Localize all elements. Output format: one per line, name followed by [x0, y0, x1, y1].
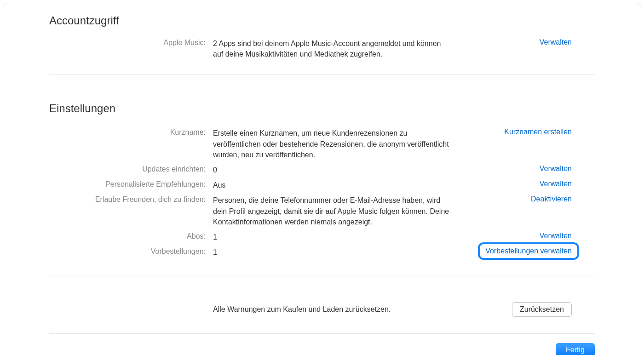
- row-subscriptions: Abos: 1 Verwalten: [49, 232, 595, 242]
- label-updates: Updates einrichten:: [49, 165, 206, 173]
- label-friends-find: Erlaube Freunden, dich zu finden:: [49, 195, 206, 204]
- value-updates: 0: [213, 165, 452, 175]
- value-subscriptions: 1: [213, 232, 452, 242]
- section-title-settings: Einstellungen: [49, 102, 595, 115]
- divider: [49, 276, 595, 276]
- label-preorders: Vorbestellungen:: [49, 247, 206, 256]
- row-recommendations: Personalisierte Empfehlungen: Aus Verwal…: [49, 180, 595, 190]
- row-updates: Updates einrichten: 0 Verwalten: [49, 165, 595, 175]
- reset-warnings-text: Alle Warnungen zum Kaufen und Laden zurü…: [213, 305, 512, 314]
- row-preorders: Vorbestellungen: 1 Vorbestellungen verwa…: [49, 247, 595, 258]
- manage-subscriptions-link[interactable]: Verwalten: [540, 232, 572, 240]
- preorders-highlight: Vorbestellungen verwalten: [478, 242, 579, 260]
- value-recommendations: Aus: [213, 180, 452, 190]
- desc-nickname: Erstelle einen Kurznamen, um neue Kunden…: [213, 128, 452, 160]
- manage-recommendations-link[interactable]: Verwalten: [540, 180, 572, 188]
- desc-friends-find: Personen, die deine Telefonnummer oder E…: [213, 195, 452, 227]
- settings-panel: Accountzugriff Apple Music: 2 Apps sind …: [3, 3, 641, 355]
- section-title-account-access: Accountzugriff: [49, 14, 595, 27]
- reset-button[interactable]: Zurücksetzen: [512, 302, 572, 317]
- deactivate-friends-find-link[interactable]: Deaktivieren: [531, 195, 572, 203]
- row-nickname: Kurzname: Erstelle einen Kurznamen, um n…: [49, 128, 595, 160]
- label-subscriptions: Abos:: [49, 232, 206, 240]
- done-button[interactable]: Fertig: [556, 343, 595, 355]
- label-nickname: Kurzname:: [49, 128, 206, 137]
- create-nickname-link[interactable]: Kurznamen erstellen: [504, 128, 572, 136]
- manage-apple-music-link[interactable]: Verwalten: [540, 38, 572, 46]
- row-reset-warnings: Alle Warnungen zum Kaufen und Laden zurü…: [49, 302, 595, 317]
- value-preorders: 1: [213, 247, 452, 258]
- manage-preorders-link[interactable]: Vorbestellungen verwalten: [485, 247, 572, 255]
- desc-apple-music: 2 Apps sind bei deinem Apple Music-Accou…: [213, 38, 452, 59]
- label-recommendations: Personalisierte Empfehlungen:: [49, 180, 206, 189]
- label-apple-music: Apple Music:: [49, 38, 206, 47]
- row-apple-music: Apple Music: 2 Apps sind bei deinem Appl…: [49, 38, 595, 59]
- footer: Fertig: [49, 333, 595, 355]
- row-friends-find: Erlaube Freunden, dich zu finden: Person…: [49, 195, 595, 227]
- manage-updates-link[interactable]: Verwalten: [540, 165, 572, 172]
- divider: [49, 74, 595, 74]
